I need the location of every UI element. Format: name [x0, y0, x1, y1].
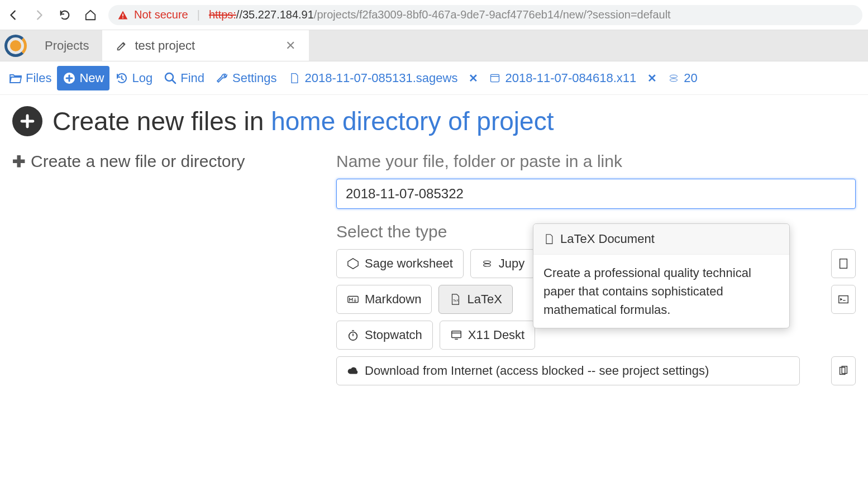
- svg-point-9: [483, 264, 490, 266]
- type-sage-worksheet[interactable]: Sage worksheet: [336, 249, 464, 278]
- file-small-icon: [837, 257, 850, 270]
- search-icon: [164, 71, 177, 85]
- stopwatch-icon: [347, 329, 359, 341]
- svg-text:TeX: TeX: [454, 299, 459, 302]
- reload-button[interactable]: [57, 7, 73, 23]
- not-secure-indicator: Not secure: [117, 8, 188, 21]
- open-file-2-label: 2018-11-07-084618.x11: [505, 71, 636, 85]
- type-x11[interactable]: X11 Deskt: [440, 321, 536, 350]
- toolbar-files-label: Files: [26, 71, 51, 85]
- jupyter-small-icon: [481, 257, 493, 270]
- svg-marker-7: [348, 259, 358, 269]
- svg-rect-1: [122, 17, 123, 18]
- forward-button[interactable]: [31, 7, 47, 23]
- warning-icon: [117, 9, 128, 21]
- desktop-icon: [450, 329, 462, 341]
- open-file-2-close[interactable]: ✕: [643, 71, 661, 85]
- tab-close-button[interactable]: ✕: [285, 39, 295, 53]
- toolbar-find-label: Find: [180, 71, 204, 85]
- type-jupyter-label: Jupy: [499, 256, 524, 271]
- svg-point-6: [670, 78, 678, 81]
- toolbar-log[interactable]: Log: [109, 66, 158, 90]
- toolbar-files[interactable]: Files: [3, 66, 57, 90]
- type-extra-right-1[interactable]: [831, 249, 856, 278]
- app-logo[interactable]: [0, 30, 31, 61]
- window-icon: [489, 73, 500, 84]
- svg-rect-13: [839, 296, 848, 303]
- toolbar-settings-label: Settings: [232, 71, 277, 85]
- type-extra-right-3[interactable]: [831, 356, 856, 385]
- url-host: //35.227.184.91: [236, 8, 314, 21]
- open-file-1-close[interactable]: ✕: [464, 71, 483, 85]
- svg-point-5: [670, 75, 678, 78]
- tex-file-icon: [543, 233, 555, 245]
- markdown-icon: [347, 293, 359, 306]
- svg-point-14: [349, 332, 357, 341]
- address-bar[interactable]: Not secure | https: //35.227.184.91 /pro…: [108, 5, 862, 25]
- arrow-right-icon: [33, 9, 45, 21]
- toolbar-new[interactable]: New: [57, 66, 109, 90]
- type-download[interactable]: Download from Internet (access blocked -…: [336, 356, 800, 385]
- tooltip-body: Create a professional quality technical …: [533, 255, 789, 328]
- edit-icon: [116, 40, 128, 52]
- open-file-3-label: 20: [684, 71, 697, 85]
- toolbar-settings[interactable]: Settings: [210, 66, 283, 90]
- url-path: /projects/f2fa3009-8bf0-467a-9de7-9acf47…: [314, 8, 671, 21]
- tab-test-project[interactable]: test project ✕: [102, 30, 309, 61]
- svg-rect-15: [451, 331, 461, 338]
- main-content: Create new files in home directory of pr…: [0, 95, 868, 397]
- type-extra-right-2[interactable]: [831, 285, 856, 314]
- page-title-prefix: Create new files in: [53, 107, 271, 136]
- type-markdown-label: Markdown: [365, 292, 421, 307]
- url-scheme: https:: [209, 8, 236, 21]
- tab-projects-label: Projects: [45, 39, 89, 53]
- type-x11-label: X11 Deskt: [468, 328, 525, 342]
- open-file-2[interactable]: 2018-11-07-084618.x11: [483, 71, 643, 85]
- type-download-label: Download from Internet (access blocked -…: [365, 364, 709, 378]
- type-latex[interactable]: TeX LaTeX: [438, 285, 512, 314]
- type-latex-label: LaTeX: [467, 292, 502, 307]
- home-dir-link[interactable]: home directory of project: [271, 107, 554, 136]
- left-heading-label: Create a new file or directory: [31, 152, 245, 171]
- type-markdown[interactable]: Markdown: [336, 285, 432, 314]
- open-file-1[interactable]: 2018-11-07-085131.sagews: [282, 71, 464, 85]
- folder-open-icon: [9, 71, 22, 85]
- type-stopwatch-label: Stopwatch: [365, 328, 422, 342]
- svg-rect-0: [122, 13, 123, 16]
- latex-tooltip: LaTeX Document Create a professional qua…: [533, 223, 790, 328]
- open-file-1-label: 2018-11-07-085131.sagews: [304, 71, 457, 85]
- type-jupyter[interactable]: Jupy: [470, 249, 535, 278]
- tex-icon: TeX: [449, 293, 461, 306]
- tooltip-header: LaTeX Document: [533, 224, 789, 255]
- history-icon: [115, 71, 128, 85]
- tab-active-label: test project: [135, 39, 195, 53]
- svg-point-8: [483, 261, 490, 264]
- file-icon: [289, 73, 300, 84]
- back-button[interactable]: [6, 7, 21, 23]
- not-secure-label: Not secure: [134, 8, 188, 21]
- browser-chrome: Not secure | https: //35.227.184.91 /pro…: [0, 0, 868, 30]
- page-title: Create new files in home directory of pr…: [12, 106, 856, 136]
- plus-circle-large-icon: [12, 106, 42, 136]
- toolbar-new-label: New: [79, 71, 104, 85]
- plus-circle-icon: [63, 71, 76, 85]
- separator: |: [197, 8, 200, 21]
- cloud-icon: [347, 365, 359, 377]
- home-button[interactable]: [83, 7, 98, 23]
- sage-icon: [347, 257, 359, 270]
- app-tab-bar: Projects test project ✕: [0, 30, 868, 61]
- svg-rect-4: [491, 74, 499, 82]
- cocalc-logo-icon: [4, 35, 27, 57]
- url-text: https: //35.227.184.91 /projects/f2fa300…: [209, 8, 671, 21]
- open-file-3[interactable]: 20: [661, 71, 697, 85]
- tab-projects[interactable]: Projects: [31, 30, 102, 61]
- toolbar-log-label: Log: [132, 71, 152, 85]
- arrow-left-icon: [7, 9, 20, 21]
- filename-input[interactable]: [336, 179, 856, 209]
- toolbar-find[interactable]: Find: [158, 66, 210, 90]
- copy-icon: [837, 365, 850, 377]
- jupyter-icon: [668, 73, 679, 84]
- reload-icon: [59, 9, 71, 21]
- type-stopwatch[interactable]: Stopwatch: [336, 321, 433, 350]
- home-icon: [84, 9, 97, 21]
